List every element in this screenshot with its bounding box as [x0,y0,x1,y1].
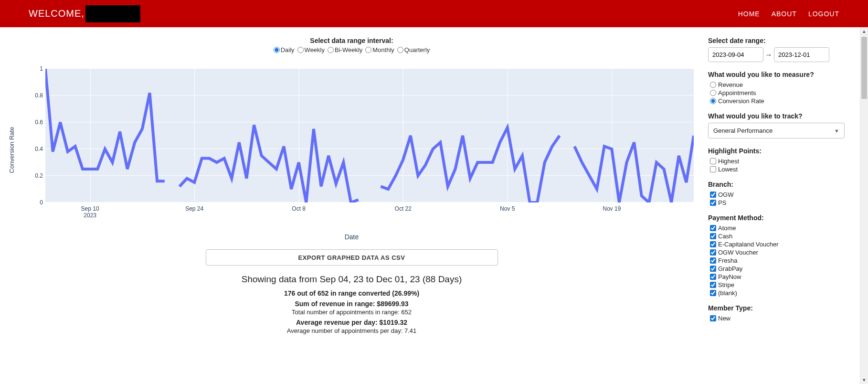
branch-label: Branch: [708,181,853,188]
payment-stripe-check[interactable] [710,282,716,288]
nav-home[interactable]: HOME [738,10,760,18]
chart-ytick: 0.8 [29,92,43,99]
payment-ogw-voucher-check[interactable] [710,249,716,256]
nav-links: HOME ABOUT LOGOUT [738,10,839,18]
chart-ytick: 0.4 [29,146,43,152]
export-csv-button[interactable]: EXPORT GRAPHED DATA AS CSV [206,249,498,266]
interval-daily[interactable]: Daily [274,46,295,53]
member-type-label: Member Type: [708,304,853,312]
payment-blank-check[interactable] [710,290,716,296]
stats-total-appt: Total number of appointments in range: 6… [10,309,694,316]
payment-fresha-check[interactable] [710,257,716,264]
interval-daily-radio[interactable] [274,47,280,53]
branch-ogw[interactable]: OGW [710,191,853,198]
highlight-highest-check[interactable] [710,158,716,164]
payment-grabpay[interactable]: GrabPay [710,265,853,272]
measure-conversion-radio[interactable] [710,98,716,104]
interval-weekly[interactable]: Weekly [297,46,325,53]
payment-label: Payment Method: [708,214,853,222]
payment-fresha[interactable]: Fresha [710,257,853,264]
main-column: Select data range interval: Daily Weekly… [0,27,708,384]
payment-blank[interactable]: (blank) [710,289,853,297]
branch-ps-check[interactable] [710,200,716,206]
chart-xlabel: Date [10,233,694,241]
track-select-value: General Performance [713,127,773,134]
branch-ogw-check[interactable] [710,192,716,198]
measure-revenue-radio[interactable] [710,82,716,88]
stats-block: Showing data from Sep 04, 23 to Dec 01, … [10,274,694,334]
scroll-thumb[interactable] [861,37,867,99]
nav-about[interactable]: ABOUT [772,10,797,18]
stats-converted: 176 out of 652 in range converted (26.99… [10,289,694,297]
member-new[interactable]: New [710,315,853,322]
chevron-down-icon: ▼ [834,128,839,134]
highlight-checks: Highest Lowest [710,158,853,173]
chart[interactable]: Conversion Rate 00.20.40.60.81 Sep 10202… [10,69,694,231]
payment-paynow[interactable]: PayNow [710,273,853,280]
track-select[interactable]: General Performance ▼ [708,123,845,139]
measure-revenue[interactable]: Revenue [710,81,853,88]
branch-ps[interactable]: PS [710,199,853,206]
interval-biweekly-radio[interactable] [328,47,334,53]
top-bar: WELCOME, HOME ABOUT LOGOUT [0,0,868,27]
chart-xtick: Sep 24 [185,205,203,212]
payment-atome[interactable]: Atome [710,224,853,232]
chart-xtick: Oct 22 [395,205,412,212]
arrow-right-icon: → [763,51,774,59]
measure-conversion[interactable]: Conversion Rate [710,97,853,105]
interval-monthly[interactable]: Monthly [365,46,394,53]
interval-block: Select data range interval: Daily Weekly… [10,37,694,54]
date-range-label: Select date range: [708,37,853,44]
measure-appointments[interactable]: Appointments [710,89,853,96]
member-new-check[interactable] [710,315,716,321]
interval-biweekly[interactable]: Bi-Weekly [328,46,362,53]
scroll-down-icon[interactable]: ▾ [860,376,868,384]
date-end-input[interactable] [774,47,829,62]
interval-monthly-radio[interactable] [365,47,371,53]
measure-appointments-radio[interactable] [710,90,716,96]
interval-quarterly-radio[interactable] [397,47,403,53]
chart-ytick: 0 [29,199,43,206]
payment-cash[interactable]: Cash [710,233,853,240]
payment-checks: Atome Cash E-Capitaland Voucher OGW Vouc… [710,224,853,297]
highlight-label: Highlight Points: [708,147,853,155]
member-checks: New [710,315,853,322]
payment-paynow-check[interactable] [710,274,716,280]
payment-grabpay-check[interactable] [710,266,716,272]
chart-xtick: Oct 8 [292,205,306,212]
payment-ogw-voucher[interactable]: OGW Voucher [710,249,853,256]
stats-avg-revenue: Average revenue per day: $1019.32 [10,319,694,326]
payment-stripe[interactable]: Stripe [710,281,853,288]
stats-range: Showing data from Sep 04, 23 to Dec 01, … [10,274,694,285]
interval-radios: Daily Weekly Bi-Weekly Monthly Quarterly [273,46,431,53]
welcome-block: WELCOME, [29,5,140,22]
highlight-lowest-check[interactable] [710,166,716,172]
payment-atome-check[interactable] [710,225,716,231]
payment-ecapitaland[interactable]: E-Capitaland Voucher [710,241,853,248]
chart-ytick: 1 [29,65,43,72]
track-label: What would you like to track? [708,112,853,120]
chart-ytick: 0.6 [29,119,43,126]
highlight-highest[interactable]: Highest [710,158,853,165]
payment-ecapitaland-check[interactable] [710,241,716,247]
nav-logout[interactable]: LOGOUT [808,10,839,18]
date-start-input[interactable] [708,47,763,62]
stats-avg-appt: Average number of appointments per day: … [10,327,694,334]
chart-ylabel: Conversion Rate [8,127,15,173]
highlight-lowest[interactable]: Lowest [710,166,853,173]
interval-title: Select data range interval: [10,37,694,44]
measure-radios: Revenue Appointments Conversion Rate [710,81,853,105]
chart-xtick: Nov 19 [603,205,621,212]
stats-sum-revenue: Sum of revenue in range: $89699.93 [10,300,694,308]
date-range-row: → [708,47,853,62]
chart-ytick: 0.2 [29,172,43,179]
scroll-up-icon[interactable]: ▴ [860,27,868,35]
sidebar: Select date range: → What would you like… [708,27,860,384]
welcome-label: WELCOME, [29,8,85,19]
interval-weekly-radio[interactable] [297,47,304,53]
interval-quarterly[interactable]: Quarterly [397,46,430,53]
chart-plot-area[interactable] [45,69,694,203]
payment-cash-check[interactable] [710,233,716,239]
sidebar-scrollbar[interactable]: ▴ ▾ [860,27,868,384]
chart-xtick: Sep 102023 [81,205,99,219]
